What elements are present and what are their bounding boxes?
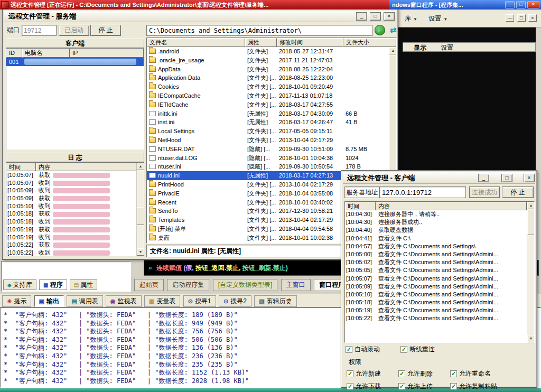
column-header-mtime[interactable]: 修改时间 [277,38,343,47]
server-minimize-button[interactable]: _ [356,12,367,21]
file-row[interactable]: ntuser.dat.LOG [隐藏] [... 2018-10-01 10:0… [147,154,389,163]
client-log-row[interactable]: [10:05:00] 查看文件 C:\Documents and Setting… [345,250,527,258]
client-log-row[interactable]: [10:04:41] 查看文件 C:\ [345,235,527,242]
designer-tab[interactable]: 设置 [434,43,460,53]
column-header-size[interactable]: 文件大小 [343,38,396,47]
file-row[interactable]: inittk.ini [无属性] 2018-03-17 04:30:09 66 … [147,109,389,118]
client-row[interactable]: 001 [6,58,144,66]
scrollbar-thumb[interactable] [389,55,397,171]
top-titlebar[interactable]: 远程文件管理 [正在运行] - C:\Documents and Setting… [0,0,541,10]
server-log-row[interactable]: [10:05:22] 收到 [6,249,136,256]
server-address-input[interactable] [379,186,466,198]
permission-checkbox[interactable]: ✓允许复制粘贴 [450,380,502,392]
connected-button[interactable]: 连接成功 [469,186,500,198]
autoscroll-checkbox[interactable]: ✓自动滚动 [346,345,380,354]
permission-checkbox[interactable]: ✓允许上传 [398,380,450,392]
server-log-row[interactable]: [10:05:07] 获取 [6,171,136,179]
file-row[interactable]: .android [文件夹] 2018-05-27 12:31:47 [147,47,389,56]
server-log-scrollbar[interactable]: ▲ ▼ [136,163,144,256]
client-log-row[interactable]: [10:05:18] 查看文件 C:\Documents and Setting… [345,298,527,306]
client-log-row[interactable]: [10:05:09] 查看文件 C:\Documents and Setting… [345,283,527,291]
file-row[interactable]: Local Settings [文件夹] [... 2017-05-05 09:… [147,127,389,136]
scrollbar-thumb[interactable] [527,210,535,235]
menu-item[interactable]: 设置▼ [424,13,452,25]
column-header-filename[interactable]: 文件名 [147,38,245,47]
minimize-button[interactable]: _ [505,1,515,8]
column-header-attr[interactable]: 属性 [245,38,277,47]
permission-checkbox[interactable]: ✓允许下载 [347,380,398,392]
mdi-restore-button[interactable]: □ [517,14,526,22]
file-row[interactable]: inst.ini [无属性] 2018-03-17 04:26:47 41 B [147,118,389,127]
client-log-row[interactable]: [10:04:30] 连接服务器成功.. [345,218,527,226]
client-log-row[interactable]: [10:05:02] 查看文件 C:\Documents and Setting… [345,258,527,266]
client-close-button[interactable]: × [524,174,535,182]
permission-checkbox[interactable]: ✓允许删除 [398,367,450,380]
scroll-up-icon[interactable]: ▲ [137,163,144,170]
server-close-button[interactable]: × [384,12,395,21]
dock-tab[interactable]: ◆支持库 [3,279,36,290]
document-tab[interactable]: 启动程序集 [167,279,209,291]
column-header-time[interactable]: 时间 [345,202,376,210]
server-log-row[interactable]: [10:05:09] 收到 [6,186,136,194]
tool-tab[interactable]: ▣输出 [34,295,64,307]
main-window-titlebar[interactable]: 远程文件管理 [正在运行] - C:\Documents and Setting… [0,0,389,10]
tool-tab[interactable]: ⊙搜寻2 [219,295,251,307]
server-log-row[interactable]: [10:05:18] 收到 [6,218,136,226]
tool-tab[interactable]: ◉监视表 [106,295,142,307]
client-maximize-button[interactable]: □ [501,174,512,182]
client-log-scrollbar[interactable]: ▲ ▼ [527,202,534,342]
address-input[interactable] [146,25,372,36]
reconnect-checkbox[interactable]: ✓断线重连 [400,345,435,354]
file-row[interactable]: Application Data [文件夹] [... 2018-08-25 1… [147,73,389,82]
scroll-up-icon[interactable]: ▲ [389,47,397,54]
file-row[interactable]: IECompatCache [文件夹] [... 2017-11-13 01:0… [147,91,389,100]
file-row[interactable]: AppData [文件夹] 2018-08-25 12:22:04 [147,65,389,74]
server-log-row[interactable]: [10:05:18] 获取 [6,210,136,218]
server-log-row[interactable]: [10:05:22] 获取 [6,241,136,249]
scroll-up-icon[interactable]: ▲ [527,202,535,209]
back-button[interactable]: ← [375,25,385,35]
file-row[interactable]: .oracle_jre_usage [文件夹] 2017-11-21 12:47… [147,56,389,65]
column-header-content[interactable]: 内容 [376,202,527,210]
scroll-down-icon[interactable]: ▼ [527,335,535,342]
tool-tab[interactable]: ▤调用表 [67,295,102,307]
designer-tab[interactable]: 显示 [407,43,433,53]
tool-tab[interactable]: ✳提示 [2,295,31,307]
client-log-row[interactable]: [10:04:30] 连接服务器中，请稍等.. [345,210,527,218]
port-input[interactable] [22,25,57,36]
server-log-row[interactable]: [10:05:19] 获取 [6,226,136,234]
dock-tab[interactable]: ▦程序 [39,279,67,290]
server-log-row[interactable]: [10:05:07] 收到 [6,179,136,187]
refresh-button[interactable]: ⇄ [387,24,399,36]
client-log-row[interactable]: [10:04:40] 获取硬盘数据 [345,226,527,234]
mdi-close-button[interactable]: × [528,14,537,22]
tool-tab[interactable]: ▧剪辑历史 [254,295,296,307]
column-header-time[interactable]: 时间 [6,163,36,171]
column-header-computer[interactable]: 电脑名 [22,49,70,58]
tool-tab[interactable]: ▥变量表 [144,295,180,307]
client-log-row[interactable]: [10:05:05] 查看文件 C:\Documents and Setting… [345,266,527,274]
dock-tab[interactable]: ▤属性 [70,279,97,290]
client-minimize-button[interactable]: _ [478,174,489,182]
column-header-content[interactable]: 内容 [36,163,136,171]
client-log-row[interactable]: [10:05:10] 查看文件 C:\Documents and Setting… [345,291,527,298]
server-log-row[interactable]: [10:05:19] 收到 [6,234,136,241]
file-row[interactable]: NTUSER.DAT [隐藏] [... 2019-09-30 10:51:09… [147,145,389,154]
scroll-down-icon[interactable]: ▼ [137,248,144,256]
started-button[interactable]: 已启动 [59,25,89,36]
close-button[interactable]: × [527,1,539,8]
server-stop-button[interactable]: 停 止 [90,25,121,36]
file-row[interactable]: NetHood [文件夹] [... 2013-10-04 02:17:29 [147,136,389,145]
server-log-row[interactable]: [10:05:09] 获取 [6,194,136,202]
document-tab[interactable]: 起始页 [134,279,164,291]
maximize-button[interactable]: □ [516,1,526,8]
tool-tab[interactable]: ⊙搜寻1 [183,295,216,307]
document-tab[interactable]: [自定义数据类型表] [213,279,278,291]
column-header-id[interactable]: ID [6,49,22,58]
client-log-row[interactable]: [10:05:22] 查看文件 C:\Documents and Setting… [345,314,527,322]
server-window-titlebar[interactable]: 远程文件管理 - 服务端 [4,11,396,22]
document-tab[interactable]: 主窗口 [281,279,311,291]
server-log-row[interactable]: [10:05:10] 收到 [6,202,136,210]
permission-checkbox[interactable]: ✓允许重命名 [450,367,502,380]
client-log-row[interactable]: [10:05:07] 查看文件 C:\Documents and Setting… [345,275,527,283]
